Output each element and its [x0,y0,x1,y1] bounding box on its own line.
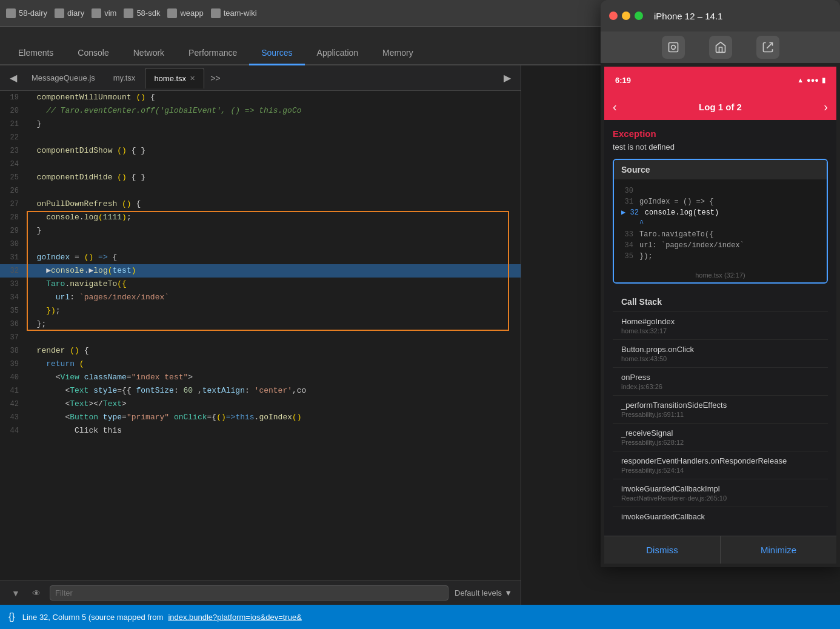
callstack-item-5: responderEventHandlers.onResponderReleas… [613,451,828,479]
nav-title: Log 1 of 2 [617,102,824,112]
tab-application[interactable]: Application [305,42,371,65]
callstack-item-3: _performTransitionSideEffects Pressabili… [613,395,828,423]
share-button[interactable] [756,36,779,59]
status-bar: {} Line 32, Column 5 (source mapped from… [0,605,840,629]
iphone-window: iPhone 12 – 14.1 [601,0,840,567]
bookmark-label: diary [67,8,84,18]
filter-bar: ▼ 👁 Default levels ▼ [0,581,521,605]
iphone-title: iPhone 12 – 14.1 [654,11,722,21]
callstack-item-0: Home#goIndex home.tsx:32:17 [613,311,828,339]
folder-icon [124,8,133,18]
battery-icon: ▮ [822,76,825,84]
status-link[interactable]: index.bundle?platform=ios&dev=true& [168,613,301,622]
tab-back-button[interactable]: ◀ [5,70,22,87]
bookmark-teamwiki[interactable]: team-wiki [211,8,257,18]
filter-eye-button[interactable]: 👁 [29,586,44,601]
bookmark-58dairy[interactable]: 58-dairy [6,8,47,18]
main-area: ◀ MessageQueue.js my.tsx home.tsx ✕ >> ▶… [0,65,840,605]
source-box: Source 30 31 goIndex = () => { [613,159,828,284]
code-line-38: 38 render () { [0,344,521,358]
callstack-label: Call Stack [613,292,828,311]
filter-input[interactable] [50,585,448,601]
bookmark-label: weapp [180,8,203,18]
code-line-34: 34 url: `pages/index/index` [0,291,521,304]
tab-network[interactable]: Network [121,42,176,65]
bookmark-58sdk[interactable]: 58-sdk [124,8,160,18]
status-braces-icon: {} [8,611,15,622]
src-line-34: 34 url: `pages/index/index` [621,240,819,251]
close-tab-icon[interactable]: ✕ [190,75,195,82]
code-line-28: 28 console.log(1111); [0,211,521,224]
bookmark-label: 58-sdk [136,8,160,18]
dismiss-button[interactable]: Dismiss [604,536,721,564]
more-tabs-button[interactable]: >> [205,71,225,85]
folder-icon [167,8,177,18]
back-arrow-button[interactable]: ‹ [613,100,617,114]
forward-arrow-button[interactable]: › [824,100,828,114]
file-tab-mytsx[interactable]: my.tsx [105,68,144,88]
iphone-status-icons: ▲ ●●● ▮ [797,76,825,84]
code-view[interactable]: 19 componentWillUnmount () { 20 // Taro.… [0,91,521,581]
home-button[interactable] [709,36,732,59]
filter-expand-button[interactable]: ▼ [8,586,23,601]
maximize-window-button[interactable] [635,12,643,20]
code-line-43: 43 <Button type="primary" onClick={()=>t… [0,411,521,424]
svg-point-1 [671,45,675,50]
source-label: Source [614,160,827,179]
file-tabs: ◀ MessageQueue.js my.tsx home.tsx ✕ >> ▶ [0,65,521,91]
code-line-24: 24 [0,158,521,171]
iphone-screen: 6:19 ▲ ●●● ▮ ‹ Log 1 of 2 › [604,67,836,564]
tab-performance[interactable]: Performance [176,42,249,65]
iphone-time: 6:19 [615,76,797,85]
exception-message: test is not defined [613,142,828,151]
callstack-item-2: onPress index.js:63:26 [613,367,828,395]
tab-memory[interactable]: Memory [370,42,425,65]
tab-forward-button[interactable]: ▶ [499,70,516,87]
bookmark-diary[interactable]: diary [55,8,84,18]
file-tab-messagequeue[interactable]: MessageQueue.js [23,68,104,88]
exception-panel: Exception test is not defined Source 30 [604,120,836,536]
callstack-item-1: Button.props.onClick home.tsx:43:50 [613,339,828,367]
iphone-simulator-area: iPhone 12 – 14.1 [598,0,840,582]
code-line-32: 32 ▶console.▶log(test) [0,264,521,278]
minimize-window-button[interactable] [622,12,630,20]
code-line-26: 26 [0,184,521,198]
folder-icon [55,8,64,18]
src-line-31: 31 goIndex = () => { [621,196,819,207]
iphone-toolbar [601,32,840,63]
code-line-20: 20 // Taro.eventCenter.off('globalEvent'… [0,104,521,118]
close-window-button[interactable] [609,12,618,20]
tab-sources[interactable]: Sources [249,42,304,65]
src-line-33: 33 Taro.navigateTo({ [621,229,819,240]
src-line-30: 30 [621,185,819,196]
code-line-40: 40 <View className="index test"> [0,371,521,384]
code-line-42: 42 <Text></Text> [0,398,521,411]
bookmark-vim[interactable]: vim [92,8,116,18]
folder-icon [92,8,101,18]
iphone-navbar: ‹ Log 1 of 2 › [604,93,836,120]
code-line-27: 27 onPullDownRefresh () { [0,198,521,211]
filter-levels-dropdown[interactable]: Default levels ▼ [455,588,512,597]
code-line-30: 30 [0,238,521,251]
src-line-caret: ^ [621,218,819,229]
code-line-36: 36 }; [0,318,521,331]
tab-console[interactable]: Console [65,42,121,65]
code-line-31: 31 goIndex = () => { [0,251,521,264]
iphone-status-bar: 6:19 ▲ ●●● ▮ [604,67,836,93]
code-line-23: 23 componentDidShow () { } [0,144,521,158]
callstack-item-6: invokeGuardedCallbackImpl ReactNativeRen… [613,479,828,507]
editor-area: ◀ MessageQueue.js my.tsx home.tsx ✕ >> ▶… [0,65,521,605]
file-tab-hometsx[interactable]: home.tsx ✕ [145,68,204,88]
code-line-44: 44 Click this [0,424,521,438]
minimize-button[interactable]: Minimize [721,536,836,564]
wifi-icon: ▲ [797,76,804,84]
bookmark-weapp[interactable]: weapp [167,8,203,18]
screenshot-button[interactable] [662,36,685,59]
code-line-33: 33 Taro.navigateTo({ [0,278,521,291]
code-line-22: 22 [0,131,521,144]
tab-elements[interactable]: Elements [6,42,65,65]
folder-icon [6,8,16,18]
bookmark-label: vim [104,8,116,18]
code-line-21: 21 } [0,118,521,131]
iphone-actions: Dismiss Minimize [604,536,836,564]
